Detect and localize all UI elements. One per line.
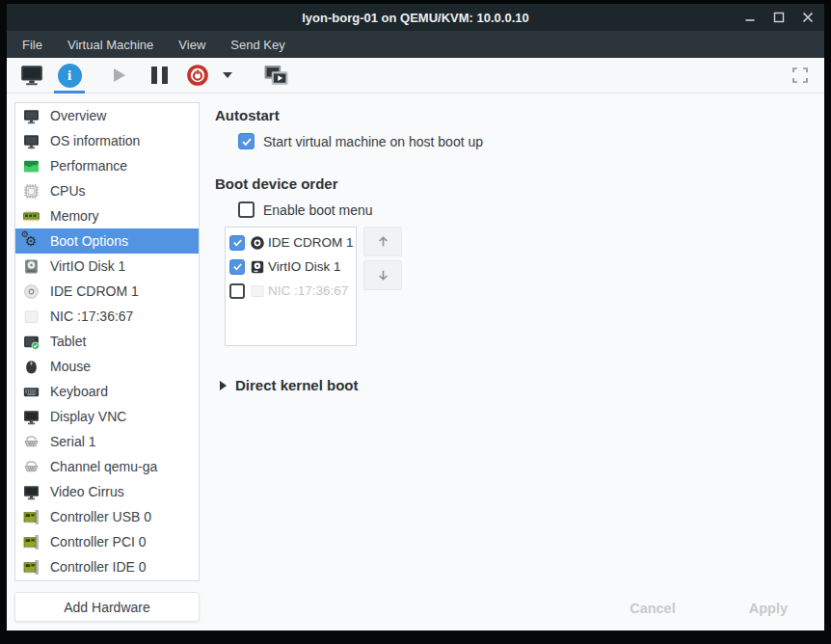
pause-icon xyxy=(162,67,168,84)
sidebar-item-keyboard[interactable]: Keyboard xyxy=(15,379,199,404)
sidebar-item-os-information[interactable]: OS information xyxy=(15,128,199,153)
show-details-button[interactable]: i xyxy=(55,59,84,92)
play-icon xyxy=(109,66,128,85)
window-controls xyxy=(743,4,815,31)
sidebar-item-controller-ide-0[interactable]: Controller IDE 0 xyxy=(15,554,199,579)
sidebar-item-label: Performance xyxy=(50,158,127,174)
disk-icon xyxy=(22,257,40,275)
cdrom-icon xyxy=(22,282,40,300)
shutdown-menu-button[interactable] xyxy=(220,61,235,90)
boot-device-label: NIC :17:36:67 xyxy=(268,283,348,298)
sidebar-item-display-vnc[interactable]: Display VNC xyxy=(15,404,199,429)
sidebar-item-serial-1[interactable]: Serial 1 xyxy=(15,429,199,454)
tablet-icon xyxy=(22,333,40,350)
sidebar-item-label: Controller IDE 0 xyxy=(50,559,147,575)
boot-device-list: IDE CDROM 1 VirtIO Disk 1 xyxy=(225,227,357,346)
minimize-button[interactable] xyxy=(743,11,757,24)
pci-card-icon xyxy=(22,533,40,550)
monitor-icon xyxy=(22,483,40,500)
pause-button[interactable] xyxy=(148,61,170,90)
direct-kernel-boot-expander[interactable]: Direct kernel boot xyxy=(220,377,824,393)
sidebar-item-controller-usb-0[interactable]: Controller USB 0 xyxy=(15,504,199,529)
sidebar-item-label: Channel qemu-ga xyxy=(50,459,157,474)
boot-device-row-virtio-disk-1[interactable]: VirtIO Disk 1 xyxy=(229,255,356,279)
arrow-up-icon xyxy=(376,234,390,249)
boot-device-order-heading: Boot device order xyxy=(215,175,824,192)
sidebar-item-label: VirtIO Disk 1 xyxy=(50,258,125,274)
sidebar-item-overview[interactable]: Overview xyxy=(15,103,199,128)
disk-dark-icon xyxy=(250,259,265,275)
shutdown-button[interactable] xyxy=(185,61,210,90)
performance-graph-icon xyxy=(22,157,40,174)
titlebar[interactable]: lyon-borg-01 on QEMU/KVM: 10.0.0.10 xyxy=(7,4,824,31)
boot-device-row-nic[interactable]: NIC :17:36:67 xyxy=(229,279,356,303)
sidebar-item-ide-cdrom-1[interactable]: IDE CDROM 1 xyxy=(15,279,199,304)
sidebar-item-partial[interactable] xyxy=(15,579,199,581)
monitor-icon xyxy=(22,107,40,124)
sidebar-item-label: Controller PCI 0 xyxy=(50,534,147,550)
sidebar-item-performance[interactable]: Performance xyxy=(15,153,199,178)
run-button[interactable] xyxy=(106,61,131,90)
move-up-button[interactable] xyxy=(363,227,402,256)
sidebar-item-boot-options[interactable]: ⚙⚙ Boot Options xyxy=(15,228,199,254)
cancel-button[interactable]: Cancel xyxy=(620,595,685,622)
add-hardware-button[interactable]: Add Hardware xyxy=(14,592,200,622)
menubar: File Virtual Machine View Send Key xyxy=(7,31,824,58)
sidebar-item-label: Video Cirrus xyxy=(50,484,124,499)
maximize-button[interactable] xyxy=(772,11,786,24)
fullscreen-icon xyxy=(792,67,808,83)
autostart-checkbox[interactable] xyxy=(238,133,255,149)
sidebar-item-virtio-disk-1[interactable]: VirtIO Disk 1 xyxy=(15,254,199,279)
sidebar-item-tablet[interactable]: Tablet xyxy=(15,329,199,354)
apply-button[interactable]: Apply xyxy=(739,595,797,622)
boot-device-checkbox[interactable] xyxy=(229,235,245,251)
window-title: lyon-borg-01 on QEMU/KVM: 10.0.0.10 xyxy=(302,11,529,25)
sidebar-item-mouse[interactable]: Mouse xyxy=(15,354,199,379)
direct-kernel-boot-label: Direct kernel boot xyxy=(235,377,359,393)
monitor-icon xyxy=(22,132,40,149)
move-down-button[interactable] xyxy=(363,260,402,290)
boot-device-label: IDE CDROM 1 xyxy=(268,235,354,250)
hardware-list: Overview OS information Performance xyxy=(14,102,200,581)
enable-boot-menu-row[interactable]: Enable boot menu xyxy=(238,201,824,218)
menu-file[interactable]: File xyxy=(22,38,42,52)
sidebar-item-controller-pci-0[interactable]: Controller PCI 0 xyxy=(15,529,199,554)
sidebar-item-label: OS information xyxy=(50,133,140,148)
window-body: Overview OS information Performance xyxy=(7,94,824,631)
show-console-button[interactable] xyxy=(17,61,46,90)
console-monitor-icon xyxy=(19,63,44,88)
sidebar-item-label: Memory xyxy=(50,208,99,224)
check-icon xyxy=(241,136,253,148)
virtual-displays-icon xyxy=(263,64,290,88)
virtual-displays-button[interactable] xyxy=(262,61,291,90)
sidebar-item-channel-qemu-ga[interactable]: Channel qemu-ga xyxy=(15,454,199,479)
pci-card-icon xyxy=(22,558,40,576)
monitor-icon xyxy=(22,408,40,425)
boot-device-label: VirtIO Disk 1 xyxy=(268,259,341,274)
sidebar-item-label: Overview xyxy=(50,108,106,123)
enable-boot-menu-checkbox[interactable] xyxy=(238,201,255,218)
serial-port-icon xyxy=(22,458,40,475)
sidebar-item-cpus[interactable]: CPUs xyxy=(15,178,199,203)
vm-details-window: lyon-borg-01 on QEMU/KVM: 10.0.0.10 File… xyxy=(7,4,824,631)
cpu-chip-icon xyxy=(22,182,40,200)
close-button[interactable] xyxy=(801,11,815,24)
boot-device-checkbox[interactable] xyxy=(229,259,245,275)
check-icon xyxy=(232,237,243,248)
autostart-checkbox-label: Start virtual machine on host boot up xyxy=(263,134,483,149)
check-icon xyxy=(232,261,243,272)
menu-view[interactable]: View xyxy=(178,38,205,52)
menu-send-key[interactable]: Send Key xyxy=(230,38,284,52)
boot-device-checkbox[interactable] xyxy=(229,283,245,299)
serial-port-icon xyxy=(22,433,40,450)
action-buttons: Cancel Apply xyxy=(620,595,797,622)
sidebar-item-nic[interactable]: NIC :17:36:67 xyxy=(15,304,199,329)
expander-triangle-icon xyxy=(220,381,227,390)
sidebar-item-video-cirrus[interactable]: Video Cirrus xyxy=(15,479,199,504)
sidebar-item-memory[interactable]: Memory xyxy=(15,203,199,228)
boot-order-move-buttons xyxy=(363,227,402,290)
autostart-row[interactable]: Start virtual machine on host boot up xyxy=(238,133,824,149)
boot-device-row-ide-cdrom-1[interactable]: IDE CDROM 1 xyxy=(229,230,356,255)
fullscreen-button[interactable] xyxy=(791,61,810,90)
menu-virtual-machine[interactable]: Virtual Machine xyxy=(67,38,153,52)
